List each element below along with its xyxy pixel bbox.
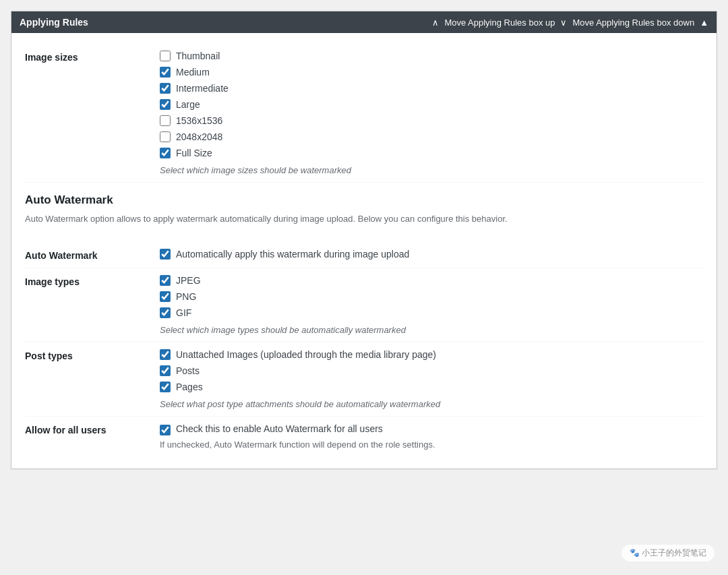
panel-header-actions: ∧ Move Applying Rules box up ∨ Move Appl…	[432, 18, 708, 28]
checkbox-gif[interactable]: GIF	[160, 307, 703, 318]
checkbox-png[interactable]: PNG	[160, 291, 703, 302]
checkbox-intermediate[interactable]: Intermediate	[160, 83, 703, 94]
image-types-row: Image types JPEG PNG GIF S	[25, 268, 703, 342]
arrow-up-icon: ▲	[700, 18, 708, 28]
checkbox-full-size-label: Full Size	[176, 148, 212, 158]
checkbox-posts-label: Posts	[176, 365, 200, 376]
checkbox-jpeg-label: JPEG	[176, 275, 201, 286]
auto-watermark-checkbox-input[interactable]	[160, 249, 171, 260]
checkbox-2048x2048[interactable]: 2048x2048	[160, 131, 703, 142]
auto-watermark-checkbox[interactable]: Automatically apply this watermark durin…	[160, 249, 703, 260]
applying-rules-panel: Applying Rules ∧ Move Applying Rules box…	[11, 11, 717, 469]
checkbox-jpeg[interactable]: JPEG	[160, 275, 703, 286]
checkbox-png-input[interactable]	[160, 291, 171, 302]
checkbox-2048x2048-input[interactable]	[160, 131, 171, 142]
checkbox-pages-input[interactable]	[160, 382, 171, 392]
allow-all-users-checkbox-label: Check this to enable Auto Watermark for …	[176, 423, 383, 434]
checkbox-jpeg-input[interactable]	[160, 275, 171, 286]
checkbox-intermediate-input[interactable]	[160, 83, 171, 94]
checkbox-gif-label: GIF	[176, 307, 191, 318]
checkbox-1536x1536-input[interactable]	[160, 115, 171, 126]
allow-all-users-secondary-text: If unchecked, Auto Watermark function wi…	[160, 438, 703, 452]
chevron-up-icon: ∧	[432, 18, 439, 28]
checkbox-large-input[interactable]	[160, 99, 171, 110]
checkbox-medium[interactable]: Medium	[160, 67, 703, 78]
auto-watermark-description: Auto Watermark option allows to apply wa…	[25, 212, 703, 226]
checkbox-thumbnail[interactable]: Thumbnail	[160, 51, 703, 61]
checkbox-2048x2048-label: 2048x2048	[176, 131, 222, 142]
image-sizes-label: Image sizes	[25, 51, 160, 63]
post-types-hint: Select what post type attachments should…	[160, 399, 703, 409]
auto-watermark-content: Automatically apply this watermark durin…	[160, 249, 703, 260]
checkbox-intermediate-label: Intermediate	[176, 83, 229, 94]
checkbox-1536x1536-label: 1536x1536	[176, 115, 222, 126]
auto-watermark-checkbox-label: Automatically apply this watermark durin…	[176, 249, 409, 260]
checkbox-posts[interactable]: Posts	[160, 365, 703, 376]
chevron-down-icon: ∨	[560, 18, 567, 28]
post-types-label: Post types	[25, 349, 160, 361]
checkbox-pages-label: Pages	[176, 382, 203, 392]
image-types-label: Image types	[25, 275, 160, 287]
checkbox-medium-input[interactable]	[160, 67, 171, 78]
checkbox-1536x1536[interactable]: 1536x1536	[160, 115, 703, 126]
move-up-button[interactable]: Move Applying Rules box up	[444, 18, 555, 28]
image-types-hint: Select which image types should be autom…	[160, 325, 703, 335]
image-types-checkbox-group: JPEG PNG GIF	[160, 275, 703, 318]
image-types-content: JPEG PNG GIF Select which image types sh…	[160, 275, 703, 335]
panel-title: Applying Rules	[20, 17, 88, 28]
checkbox-gif-input[interactable]	[160, 307, 171, 318]
image-sizes-checkbox-group: Thumbnail Medium Intermediate Large	[160, 51, 703, 158]
checkbox-unattached-label: Unattached Images (uploaded through the …	[176, 349, 436, 360]
image-sizes-hint: Select which image sizes should be water…	[160, 165, 703, 175]
auto-watermark-label: Auto Watermark	[25, 249, 160, 261]
allow-all-users-content: Check this to enable Auto Watermark for …	[160, 423, 703, 452]
checkbox-medium-label: Medium	[176, 67, 210, 78]
allow-all-users-row: Allow for all users Check this to enable…	[25, 417, 703, 458]
auto-watermark-title: Auto Watermark	[25, 193, 703, 207]
checkbox-thumbnail-input[interactable]	[160, 51, 171, 61]
checkbox-png-label: PNG	[176, 291, 196, 302]
auto-watermark-row: Auto Watermark Automatically apply this …	[25, 242, 703, 268]
allow-all-users-checkbox-input[interactable]	[160, 425, 171, 435]
checkbox-unattached-input[interactable]	[160, 349, 171, 360]
checkbox-large[interactable]: Large	[160, 99, 703, 110]
panel-content: Image sizes Thumbnail Medium Intermediat…	[11, 33, 717, 468]
image-sizes-content: Thumbnail Medium Intermediate Large	[160, 51, 703, 175]
move-down-button[interactable]: Move Applying Rules box down	[572, 18, 694, 28]
checkbox-pages[interactable]: Pages	[160, 382, 703, 392]
checkbox-posts-input[interactable]	[160, 365, 171, 376]
auto-watermark-section: Auto Watermark Auto Watermark option all…	[25, 183, 703, 242]
checkbox-unattached[interactable]: Unattached Images (uploaded through the …	[160, 349, 703, 360]
post-types-checkbox-group: Unattached Images (uploaded through the …	[160, 349, 703, 392]
allow-all-users-checkbox[interactable]: Check this to enable Auto Watermark for …	[160, 423, 703, 435]
checkbox-full-size-input[interactable]	[160, 148, 171, 158]
image-sizes-row: Image sizes Thumbnail Medium Intermediat…	[25, 44, 703, 183]
checkbox-large-label: Large	[176, 99, 200, 110]
post-types-content: Unattached Images (uploaded through the …	[160, 349, 703, 409]
checkbox-full-size[interactable]: Full Size	[160, 148, 703, 158]
panel-header: Applying Rules ∧ Move Applying Rules box…	[11, 11, 717, 33]
allow-all-users-label: Allow for all users	[25, 423, 160, 435]
checkbox-thumbnail-label: Thumbnail	[176, 51, 220, 61]
post-types-row: Post types Unattached Images (uploaded t…	[25, 342, 703, 417]
